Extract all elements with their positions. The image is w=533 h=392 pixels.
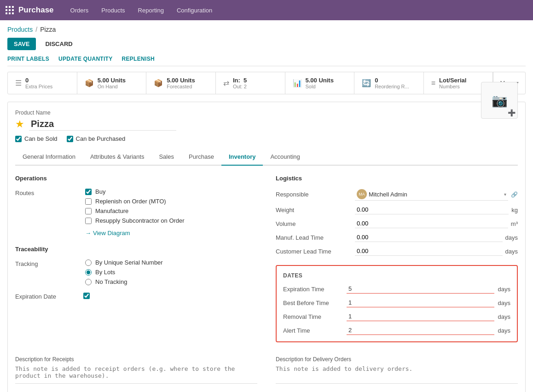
add-image-icon: ➕ (508, 109, 516, 116)
volume-label: Volume (276, 220, 349, 227)
stat-extra-prices[interactable]: ☰ 0 Extra Prices (8, 72, 77, 94)
removal-time-input[interactable] (347, 312, 494, 321)
replenish-link[interactable]: REPLENISH (122, 56, 155, 62)
weight-unit: kg (511, 207, 518, 213)
stat-on-hand[interactable]: 📦 5.00 Units On Hand (77, 72, 147, 94)
product-name-input[interactable] (29, 118, 176, 131)
chart-icon: 📊 (293, 79, 302, 87)
tab-columns: Operations Routes Buy Replenish on Order… (15, 175, 518, 342)
alert-time-label: Alert Time (283, 327, 343, 334)
routes-col: Buy Replenish on Order (MTO) Manufacture (85, 188, 185, 236)
menu-icon: ≡ (431, 79, 435, 87)
product-name-row: ★ (15, 118, 481, 131)
route-manufacture[interactable]: Manufacture (85, 208, 185, 214)
expiration-date-label: Expiration Date (15, 292, 80, 300)
discard-button[interactable]: DISCARD (41, 38, 77, 50)
operations-title: Operations (15, 175, 257, 182)
alert-time-row: Alert Time days (283, 326, 510, 335)
external-link-icon[interactable]: 🔗 (511, 191, 518, 198)
expiration-time-input[interactable] (347, 284, 494, 294)
nav-configuration[interactable]: Configuration (171, 4, 218, 17)
manuf-lead-input[interactable] (355, 233, 503, 242)
print-labels-link[interactable]: PRINT LABELS (7, 56, 49, 62)
stat-forecasted[interactable]: 📦 5.00 Units Forecasted (146, 72, 216, 94)
customer-lead-input[interactable] (355, 247, 503, 256)
responsible-select[interactable]: MA Mitchell Admin ▾ (355, 188, 508, 201)
tab-inventory[interactable]: Inventory (221, 149, 263, 166)
tracking-serial[interactable]: By Unique Serial Number (85, 259, 163, 266)
tab-general[interactable]: General Information (15, 149, 83, 166)
quick-actions: PRINT LABELS UPDATE QUANTITY REPLENISH (7, 56, 526, 66)
dropdown-arrow-icon: ▾ (504, 192, 506, 197)
svg-rect-3 (6, 9, 7, 11)
dates-box: Dates Expiration Time days Best Before T… (276, 265, 518, 342)
responsible-label: Responsible (276, 191, 349, 198)
responsible-avatar: MA (357, 189, 367, 199)
nav-products[interactable]: Products (96, 4, 130, 17)
removal-time-unit: days (498, 313, 510, 320)
can-be-sold-checkbox[interactable]: Can be Sold (15, 135, 58, 142)
route-buy[interactable]: Buy (85, 188, 185, 195)
route-resupply[interactable]: Resupply Subcontractor on Order (85, 217, 185, 224)
receipts-textarea[interactable] (15, 365, 257, 384)
lot-serial-value: Lot/Serial (439, 77, 466, 84)
stat-sold[interactable]: 📊 5.00 Units Sold (285, 72, 355, 94)
checkboxes-row: Can be Sold Can be Purchased (15, 135, 518, 142)
dates-title: Dates (283, 272, 510, 279)
receipts-desc-col: Description for Receipts (15, 356, 257, 385)
svg-rect-5 (12, 9, 14, 11)
tab-accounting[interactable]: Accounting (263, 149, 307, 166)
update-quantity-link[interactable]: UPDATE QUANTITY (58, 56, 113, 62)
product-image[interactable]: 📷 ➕ (481, 82, 518, 119)
reordering-value: 0 (375, 77, 409, 84)
customer-lead-label: Customer Lead Time (276, 248, 349, 255)
nav-reporting[interactable]: Reporting (133, 4, 169, 17)
delivery-textarea[interactable] (276, 365, 518, 384)
arrow-icon: → (85, 230, 91, 236)
nav-orders[interactable]: Orders (65, 4, 94, 17)
forecasted-value: 5.00 Units (167, 77, 195, 84)
tracking-radio-group: By Unique Serial Number By Lots No Track… (85, 259, 163, 285)
expiration-time-row: Expiration Time days (283, 284, 510, 294)
tracking-lots[interactable]: By Lots (85, 269, 163, 276)
star-icon[interactable]: ★ (15, 118, 24, 130)
breadcrumb-parent[interactable]: Products (7, 26, 33, 33)
expiration-date-checkbox[interactable] (83, 293, 90, 299)
weight-row: Weight kg (276, 205, 518, 214)
svg-rect-1 (9, 6, 11, 8)
descriptions-section: Description for Receipts Description for… (15, 356, 518, 385)
tab-sales[interactable]: Sales (151, 149, 181, 166)
grid-icon[interactable] (6, 6, 14, 14)
tracking-group: Tracking By Unique Serial Number By Lots (15, 259, 257, 285)
can-be-purchased-checkbox[interactable]: Can be Purchased (67, 135, 126, 142)
best-before-input[interactable] (347, 298, 494, 307)
volume-input[interactable] (355, 219, 508, 228)
route-mto[interactable]: Replenish on Order (MTO) (85, 198, 185, 205)
page-content: Products / Pizza SAVE DISCARD PRINT LABE… (0, 20, 533, 392)
tracking-none[interactable]: No Tracking (85, 278, 163, 285)
alert-time-input[interactable] (347, 326, 494, 335)
responsible-row: Responsible MA Mitchell Admin ▾ 🔗 (276, 188, 518, 201)
save-button[interactable]: SAVE (7, 38, 36, 50)
stat-in-out[interactable]: ⇄ In: 5 Out: 2 (216, 72, 285, 94)
forecast-icon: 📦 (154, 79, 163, 87)
view-diagram-link[interactable]: → View Diagram (85, 230, 185, 236)
tab-purchase[interactable]: Purchase (181, 149, 221, 166)
receipts-label: Description for Receipts (15, 356, 257, 363)
volume-unit: m³ (511, 220, 518, 227)
customer-lead-row: Customer Lead Time days (276, 247, 518, 256)
volume-row: Volume m³ (276, 219, 518, 228)
stats-bar: ☰ 0 Extra Prices 📦 5.00 Units On Hand 📦 … (7, 72, 526, 94)
stat-reordering[interactable]: 🔄 0 Reordering R... (354, 72, 424, 94)
extra-prices-label: Extra Prices (25, 84, 52, 89)
svg-rect-7 (9, 12, 11, 14)
svg-rect-8 (12, 12, 14, 14)
tracking-label: Tracking (15, 259, 80, 267)
out-value: Out: 2 (233, 84, 247, 89)
weight-input[interactable] (355, 205, 509, 214)
sold-value: 5.00 Units (306, 77, 334, 84)
tab-attributes[interactable]: Attributes & Variants (83, 149, 152, 166)
inventory-tab-content: Operations Routes Buy Replenish on Order… (15, 166, 518, 392)
nav-links: Orders Products Reporting Configuration (65, 4, 218, 17)
customer-lead-unit: days (505, 248, 518, 255)
